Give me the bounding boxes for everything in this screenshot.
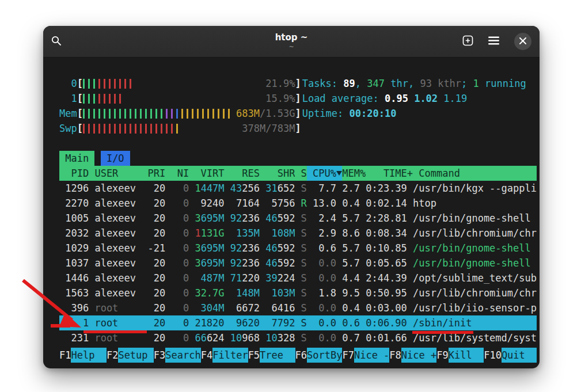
meter-swp: Swp[378M/783M] — [59, 121, 301, 136]
close-button[interactable] — [514, 33, 531, 50]
column-header-mem[interactable]: MEM% — [342, 166, 366, 181]
meters: 0[21.9%]1[15.9%]Mem[683M/1.53G]Swp[378M/… — [59, 76, 301, 136]
titlebar: htop ~ ~ — [43, 26, 540, 58]
process-row[interactable]: 1296alexeev2001447M4325631652S7.72.70:23… — [59, 181, 537, 196]
screen-tabs: Main I/O — [59, 151, 540, 166]
fnkey-nice-[interactable]: F7Nice - — [342, 348, 389, 363]
new-tab-icon — [462, 35, 473, 48]
htop-screen: 0[21.9%]1[15.9%]Mem[683M/1.53G]Swp[378M/… — [43, 58, 540, 363]
column-header-time[interactable]: TIME+ — [371, 166, 413, 181]
summary-line-1: Tasks: 89, 347 thr, 93 kthr; 1 running — [302, 76, 526, 91]
fnkey-kill[interactable]: F9Kill — [436, 348, 484, 363]
process-row[interactable]: 1029alexeev-2103695M9223646592S0.65.70:1… — [59, 241, 537, 256]
process-row[interactable]: 1563alexeev20032.7G148M103MS1.89.50:50.9… — [59, 286, 537, 300]
function-key-bar: F1Help F2Setup F3SearchF4FilterF5Tree F6… — [59, 348, 537, 363]
process-row[interactable]: 1037alexeev2003695M9223646592S0.05.70:05… — [59, 256, 537, 271]
process-row[interactable]: 1005alexeev2003695M9223646592S2.45.72:28… — [59, 211, 537, 226]
fnkey-search[interactable]: F3Search — [154, 348, 201, 363]
process-row[interactable]: 2032alexeev2001131G135M108MS2.98.60:08.3… — [59, 226, 537, 241]
column-header-pid[interactable]: PID — [59, 166, 89, 181]
process-row[interactable]: 2270alexeev200924071645756R13.00.40:02.1… — [59, 196, 537, 211]
sort-descending-icon — [336, 166, 342, 181]
column-header-shr[interactable]: SHR — [265, 166, 295, 181]
column-header-cpu[interactable]: CPU% — [307, 166, 336, 181]
meter-0: 0[21.9%] — [59, 76, 301, 91]
fnkey-help[interactable]: F1Help — [59, 348, 107, 363]
table-header-row: PIDUSERPRINIVIRTRESSHRSCPU%MEM%TIME+Comm… — [59, 166, 537, 181]
process-row[interactable]: 1446alexeev200487M7122039224S0.04.42:44.… — [59, 271, 537, 286]
hamburger-menu-icon — [488, 36, 499, 47]
column-header-pri[interactable]: PRI — [148, 166, 166, 181]
column-header-res[interactable]: RES — [230, 166, 260, 181]
close-icon — [519, 37, 526, 46]
fnkey-filter[interactable]: F4Filter — [201, 348, 248, 363]
column-header-s[interactable]: S — [301, 166, 307, 181]
search-icon — [51, 36, 62, 48]
search-button[interactable] — [51, 36, 62, 48]
blank-row — [59, 136, 540, 151]
process-row-selected[interactable]: 1root2002182096207792S0.00.60:06.90/sbin… — [59, 315, 537, 330]
column-header-command[interactable]: Command — [419, 166, 537, 181]
process-row[interactable]: 396root200304M66726416S0.00.40:03.00/usr… — [59, 300, 537, 315]
terminal-window: htop ~ ~ — [43, 26, 540, 368]
new-tab-button[interactable] — [462, 35, 473, 48]
summary-line-2: Load average: 0.95 1.02 1.19 — [302, 91, 526, 106]
meter-1: 1[15.9%] — [59, 91, 301, 106]
fnkey-setup[interactable]: F2Setup — [107, 348, 154, 363]
column-header-ni[interactable]: NI — [171, 166, 189, 181]
fnkey-sortby[interactable]: F6SortBy — [295, 348, 343, 363]
fnkey-nice-[interactable]: F8Nice + — [389, 348, 436, 363]
column-header-user[interactable]: USER — [94, 166, 142, 181]
menu-button[interactable] — [488, 36, 499, 47]
meter-mem: Mem[683M/1.53G] — [59, 106, 301, 121]
fnkey-quit[interactable]: F10Quit — [484, 348, 537, 363]
tab-io[interactable]: I/O — [101, 151, 130, 166]
fnkey-tree[interactable]: F5Tree — [248, 348, 295, 363]
column-header-virt[interactable]: VIRT — [195, 166, 224, 181]
process-table: 1296alexeev2001447M4325631652S7.72.70:23… — [59, 181, 537, 345]
tab-main[interactable]: Main — [59, 151, 94, 166]
process-row[interactable]: 231root200666241096810328S0.00.70:01.66/… — [59, 330, 537, 345]
summary: Tasks: 89, 347 thr, 93 kthr; 1 runningLo… — [302, 76, 526, 136]
summary-line-3: Uptime: 00:20:10 — [302, 106, 526, 121]
